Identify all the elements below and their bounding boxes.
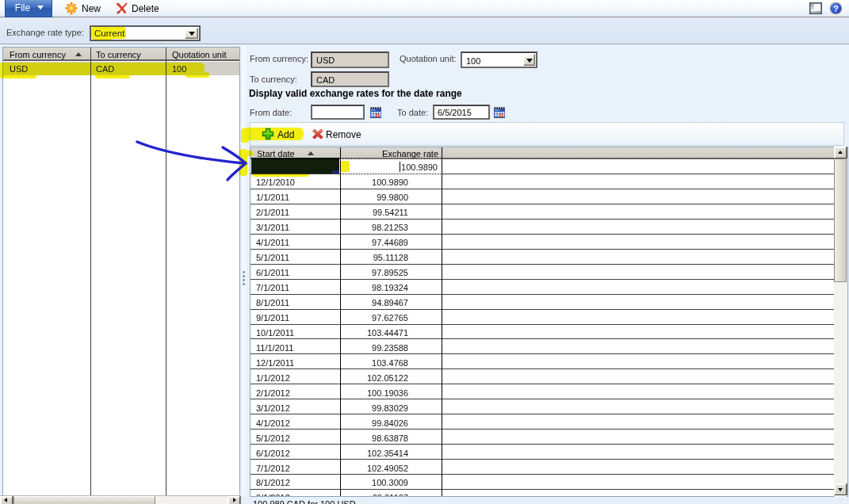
svg-text:?: ? — [833, 4, 839, 13]
